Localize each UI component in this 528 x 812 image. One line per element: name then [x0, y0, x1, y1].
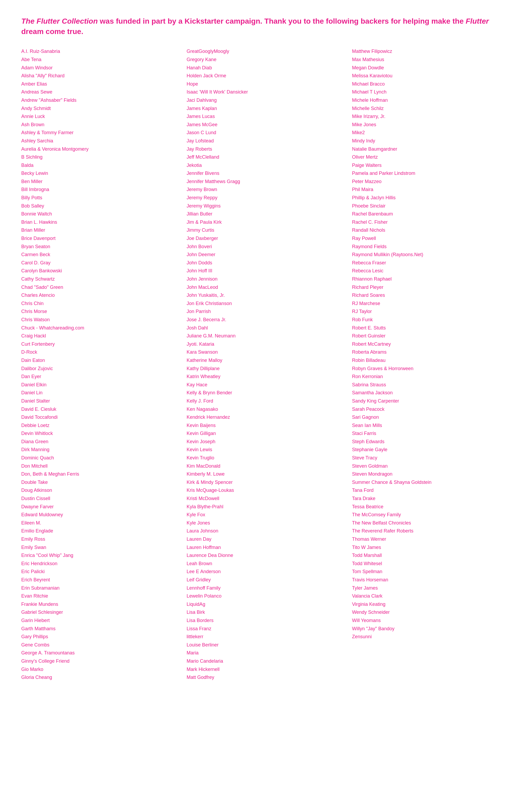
- list-item: Cathy Schwartz: [21, 275, 176, 283]
- list-item: Carol D. Gray: [21, 259, 176, 267]
- list-item: Michael T Lynch: [352, 88, 507, 96]
- list-item: Gene Combs: [21, 641, 176, 649]
- list-item: John Dodds: [187, 259, 341, 267]
- list-item: Daniel Lin: [21, 389, 176, 397]
- list-item: Tito W James: [352, 543, 507, 552]
- list-item: Steven Mondragon: [352, 470, 507, 478]
- list-item: Doug Atkinson: [21, 486, 176, 494]
- list-item: GreatGooglyMoogly: [187, 47, 341, 56]
- list-item: littlekerr: [187, 633, 341, 641]
- list-item: Dain Eaton: [21, 356, 176, 365]
- list-item: Robyn Graves & Horrorween: [352, 365, 507, 373]
- header-normal-2: dream come true.: [21, 27, 83, 35]
- list-item: Will Yeomans: [352, 617, 507, 625]
- list-item: Jyoti. Kataria: [187, 340, 341, 348]
- list-item: Oliver Mertz: [352, 153, 507, 161]
- list-item: Kara Swanson: [187, 348, 341, 356]
- header-normal-1: was funded in part by a Kickstarter camp…: [98, 17, 466, 25]
- list-item: Paige Walters: [352, 161, 507, 170]
- list-item: Kris McQuage-Loukas: [187, 486, 341, 494]
- list-item: Robert Guinsler: [352, 332, 507, 340]
- list-item: Enrica "Cool Whip" Jang: [21, 551, 176, 560]
- list-item: Zensunni: [352, 633, 507, 641]
- list-item: Jon Parrish: [187, 307, 341, 316]
- list-item: Jason C Lund: [187, 129, 341, 137]
- list-item: Lauren Day: [187, 535, 341, 543]
- list-item: Joe Daxberger: [187, 234, 341, 243]
- list-item: Dustin Cissell: [21, 494, 176, 503]
- list-item: Tessa Beatrice: [352, 503, 507, 511]
- list-item: Carolyn Bankowski: [21, 267, 176, 275]
- list-item: Curt Fortenbery: [21, 340, 176, 348]
- list-item: Rachel Barenbaum: [352, 210, 507, 218]
- header-italic-2: Flutter: [466, 17, 489, 25]
- list-item: Chad "Sado" Green: [21, 283, 176, 291]
- list-item: Richard Soares: [352, 291, 507, 300]
- list-item: Mike Jones: [352, 121, 507, 129]
- list-item: Virginia Keating: [352, 600, 507, 608]
- list-item: Melissa Karaviotou: [352, 72, 507, 80]
- list-item: Becky Lewin: [21, 169, 176, 177]
- list-item: Mike Irizarry, Jr.: [352, 112, 507, 121]
- list-item: Emilio Englade: [21, 527, 176, 535]
- list-item: Andreas Sewe: [21, 88, 176, 96]
- list-item: Ash Brown: [21, 121, 176, 129]
- list-item: Bill Imbrogna: [21, 186, 176, 194]
- list-item: Sari Gagnon: [352, 413, 507, 421]
- list-item: Matt Godfrey: [187, 673, 341, 682]
- list-item: Amber Elias: [21, 80, 176, 88]
- list-item: Dominic Quach: [21, 454, 176, 462]
- list-item: Richard Pleyer: [352, 283, 507, 291]
- list-item: LiquidAg: [187, 600, 341, 608]
- list-item: Brice Davenport: [21, 234, 176, 243]
- list-item: Jay Roberts: [187, 145, 341, 153]
- list-item: Alisha "Ally" Richard: [21, 72, 176, 80]
- list-item: George A. Tramountanas: [21, 649, 176, 657]
- list-item: Sabrina Strauss: [352, 381, 507, 389]
- list-item: Gregory Kane: [187, 56, 341, 64]
- list-item: Erin Subramanian: [21, 584, 176, 592]
- list-item: James Kaplan: [187, 104, 341, 113]
- list-item: Jeff McClelland: [187, 153, 341, 161]
- header-italic-1: The Flutter Collection: [21, 17, 98, 25]
- list-item: Kyla Blythe-Prahl: [187, 503, 341, 511]
- list-item: D-Rock: [21, 348, 176, 356]
- list-item: Robert E. Stutts: [352, 324, 507, 332]
- list-item: Leah Brown: [187, 560, 341, 568]
- list-item: Balda: [21, 161, 176, 170]
- list-item: Todd Whitesel: [352, 560, 507, 568]
- list-item: Jaci Dahlvang: [187, 96, 341, 104]
- list-item: Kim MacDonald: [187, 462, 341, 470]
- list-item: Lauren Hoffman: [187, 543, 341, 552]
- list-item: Kevin Truglio: [187, 454, 341, 462]
- list-item: Travis Horseman: [352, 576, 507, 584]
- list-item: The Reverend Rafer Roberts: [352, 527, 507, 535]
- list-item: Debbie Loetz: [21, 421, 176, 430]
- list-item: Rebecca Fraser: [352, 259, 507, 267]
- list-item: Double Take: [21, 478, 176, 487]
- list-item: Andrew "Ashsaber" Fields: [21, 96, 176, 104]
- list-item: Diana Green: [21, 438, 176, 446]
- list-item: Jennifer Bivens: [187, 169, 341, 177]
- list-item: B Sichling: [21, 153, 176, 161]
- list-item: Bryan Seaton: [21, 243, 176, 251]
- list-item: Daniel Elkin: [21, 381, 176, 389]
- list-item: Kay Hace: [187, 381, 341, 389]
- list-item: Max Mathesius: [352, 56, 507, 64]
- list-item: Dan Eyer: [21, 373, 176, 381]
- list-item: Kevin Joseph: [187, 438, 341, 446]
- list-item: Sarah Peacock: [352, 405, 507, 414]
- list-item: Gio Marko: [21, 665, 176, 673]
- list-item: Jeremy Reppy: [187, 194, 341, 202]
- list-item: Garin Hiebert: [21, 617, 176, 625]
- list-item: Eileen M.: [21, 519, 176, 527]
- list-item: Rebecca Lesic: [352, 267, 507, 275]
- list-item: Chris Watson: [21, 316, 176, 324]
- list-item: Lee E Anderson: [187, 568, 341, 576]
- list-item: Robert McCartney: [352, 340, 507, 348]
- list-item: Jeremy Wiggins: [187, 202, 341, 210]
- list-item: Staci Farris: [352, 430, 507, 438]
- list-item: Randall Nichols: [352, 226, 507, 234]
- list-item: Phil Maira: [352, 186, 507, 194]
- list-item: Craig Hackl: [21, 332, 176, 340]
